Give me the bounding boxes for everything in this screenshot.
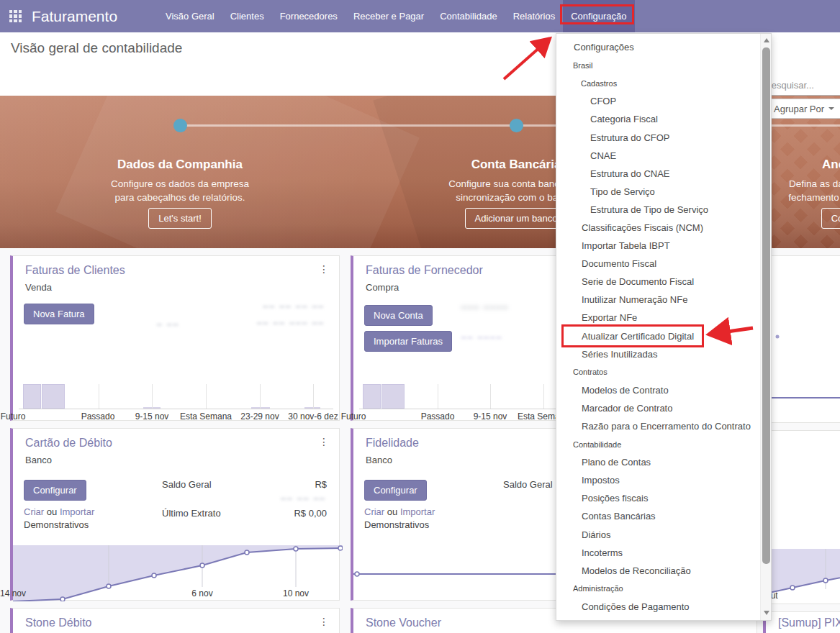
importar-link[interactable]: Importar xyxy=(60,506,94,517)
criar-link[interactable]: Criar xyxy=(24,506,44,517)
dropdown-item[interactable]: CNAE xyxy=(556,147,771,165)
dropdown-item[interactable]: Categoria Fiscal xyxy=(556,110,771,128)
configurar-button[interactable]: Configurar xyxy=(364,480,427,501)
dropdown-item[interactable]: Marcador de Contrato xyxy=(556,399,771,417)
dropdown-item[interactable]: Configurações xyxy=(556,38,771,56)
nav-item[interactable]: Contabilidade xyxy=(432,0,505,32)
search-input[interactable]: Pesquisar... xyxy=(765,76,840,96)
scroll-down-icon[interactable] xyxy=(761,607,772,619)
kebab-menu-icon[interactable] xyxy=(319,263,329,275)
add-bank-button[interactable]: Adicionar um banco xyxy=(465,208,568,229)
statements-label: Demonstrativos xyxy=(24,519,89,530)
dropdown-item[interactable]: Incoterms xyxy=(556,544,771,562)
scroll-up-icon[interactable] xyxy=(761,35,772,46)
onboarding-step-dot xyxy=(510,119,523,132)
apps-grid-icon[interactable] xyxy=(9,10,22,22)
card-faturas-clientes: Faturas de Clientes Venda Nova Fatura ––… xyxy=(10,255,340,421)
card-title[interactable]: [Sumup] PIX xyxy=(778,616,840,629)
odoo-invoicing-dashboard: Faturamento Visão Geral Clientes Fornece… xyxy=(0,0,840,633)
dropdown-item: Cadastros xyxy=(556,74,771,92)
x-label: 9-15 nov xyxy=(474,411,507,422)
dropdown-item[interactable]: Atualizar Certificado Digital xyxy=(556,327,771,345)
card-title[interactable]: Stone Voucher xyxy=(366,616,441,629)
dropdown-item[interactable]: Modelos de Contrato xyxy=(556,381,771,399)
mini-line-chart[interactable] xyxy=(766,256,840,424)
redacted-amount: –– –––– xyxy=(461,332,502,342)
card-subtitle: Banco xyxy=(366,455,392,465)
dropdown-item[interactable]: Documento Fiscal xyxy=(556,255,771,273)
nav-item[interactable]: Clientes xyxy=(222,0,272,32)
nova-fatura-button[interactable]: Nova Fatura xyxy=(24,304,94,324)
dropdown-item[interactable]: Impostos xyxy=(556,471,771,489)
dropdown-item[interactable]: Modos de Pagamento xyxy=(556,616,771,621)
dropdown-item[interactable]: Séries Inutilizadas xyxy=(556,345,771,363)
redacted-amount: –– –– –– xyxy=(281,493,326,504)
nova-conta-button[interactable]: Nova Conta xyxy=(364,305,433,326)
importar-link[interactable]: Importar xyxy=(400,506,435,517)
scrollbar-thumb[interactable] xyxy=(762,47,770,564)
nav-item[interactable]: Visão Geral xyxy=(158,0,222,32)
card-sumup-pix: [Sumup] PIX Banco xyxy=(763,611,840,633)
dropdown-item[interactable]: Contas Bancárias xyxy=(556,507,771,525)
app-brand[interactable]: Faturamento xyxy=(32,0,117,32)
nav-item[interactable]: Relatórios xyxy=(505,0,564,32)
top-navbar: Faturamento Visão Geral Clientes Fornece… xyxy=(0,0,840,32)
nav-item[interactable]: Fornecedores xyxy=(272,0,346,32)
importar-faturas-button[interactable]: Importar Faturas xyxy=(364,331,452,352)
card-title[interactable]: Cartão de Débito xyxy=(25,437,112,450)
x-label: Futuro xyxy=(1,411,26,422)
chevron-down-icon xyxy=(828,107,834,110)
ultimo-extrato-value: R$ 0,00 xyxy=(294,508,327,519)
group-by-button[interactable]: Agrupar Por xyxy=(766,99,840,119)
or-text: ou xyxy=(387,506,397,517)
dropdown-item[interactable]: Importar Tabela IBPT xyxy=(556,237,771,255)
dropdown-item[interactable]: Modelos de Reconciliação xyxy=(556,562,771,580)
dropdown-item[interactable]: Estrutura do CNAE xyxy=(556,165,771,183)
dropdown-item[interactable]: Diários xyxy=(556,526,771,544)
configure-button[interactable]: Configurar xyxy=(821,208,840,229)
redacted-amount: – –– xyxy=(157,319,179,329)
kebab-menu-icon[interactable] xyxy=(319,616,329,627)
dropdown-item[interactable]: Tipo de Serviço xyxy=(556,183,771,201)
kebab-menu-icon[interactable] xyxy=(319,436,329,447)
redacted-amount: –– –– ––– –– xyxy=(257,318,325,328)
mini-line-chart[interactable] xyxy=(766,431,840,605)
dropdown-item[interactable]: Serie de Documento Fiscal xyxy=(556,273,771,291)
card-title[interactable]: Stone Débito xyxy=(25,616,92,629)
chart-axis xyxy=(19,409,333,409)
criar-link[interactable]: Criar xyxy=(364,506,384,517)
x-label: 30 nov-6 dez xyxy=(288,411,338,422)
card-title[interactable]: Fidelidade xyxy=(366,437,419,450)
card-cartao-debito: Cartão de Débito Banco Configurar Criar … xyxy=(10,428,340,601)
step-description: para cabeçalhos de relatórios. xyxy=(79,191,281,204)
card-title[interactable]: Faturas de Fornecedor xyxy=(366,264,483,277)
nav-item[interactable]: Receber e Pagar xyxy=(346,0,432,32)
dropdown-item[interactable]: Condições de Pagamento xyxy=(556,598,771,616)
dropdown-item: Contratos xyxy=(556,363,771,381)
card-title[interactable]: Faturas de Clientes xyxy=(25,264,125,277)
bar xyxy=(381,384,405,409)
dropdown-item[interactable]: Posições fiscais xyxy=(556,489,771,507)
or-text: ou xyxy=(47,506,57,517)
dropdown-item[interactable]: Razão para o Encerramento do Contrato xyxy=(556,417,771,435)
card-stone-debito: Stone Débito Banco xyxy=(10,608,340,633)
dropdown-item[interactable]: Estrutura do CFOP xyxy=(556,128,771,146)
dropdown-scrollbar[interactable] xyxy=(760,34,771,621)
search-placeholder: Pesquisar... xyxy=(765,80,814,91)
dropdown-item[interactable]: Estrutura de Tipo de Serviço xyxy=(556,201,771,219)
dropdown-item[interactable]: Classificações Fiscais (NCM) xyxy=(556,219,771,237)
dropdown-item[interactable]: Inutilizar Numeração NFe xyxy=(556,291,771,309)
dropdown-item[interactable]: Exportar NFe xyxy=(556,309,771,327)
dropdown-item[interactable]: Plano de Contas xyxy=(556,453,771,471)
dropdown-item[interactable]: CFOP xyxy=(556,92,771,110)
nav-item[interactable]: Configuração xyxy=(563,0,634,32)
configuration-dropdown-menu: Configurações Brasil Cadastros CFOP Cate… xyxy=(556,33,772,621)
configurar-button[interactable]: Configurar xyxy=(24,480,86,501)
statements-label: Demonstrativos xyxy=(364,519,429,530)
step-title: Dados da Companhia xyxy=(79,158,281,172)
dropdown-item-list: Configurações Brasil Cadastros CFOP Cate… xyxy=(556,38,771,621)
chart-x-labels: Passado9-15 novEsta Semana23-29 nov30 no… xyxy=(13,411,339,423)
mini-bar-chart[interactable] xyxy=(13,384,339,409)
card-subtitle: Banco xyxy=(25,455,52,465)
lets-start-button[interactable]: Let's start! xyxy=(148,208,212,229)
